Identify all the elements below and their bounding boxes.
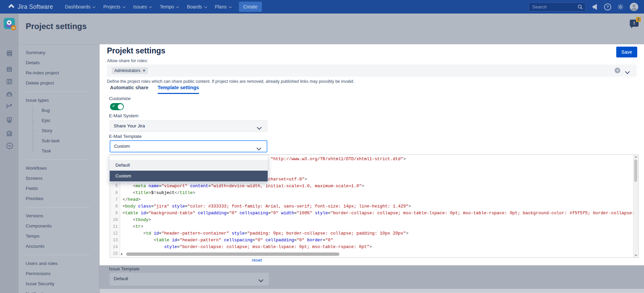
code-line: <tr> [123, 223, 634, 230]
chevron-down-icon [258, 124, 261, 130]
dropdown-option-default[interactable]: Default [110, 160, 268, 171]
editor-horizontal-scrollbar[interactable] [121, 252, 631, 256]
reset-link[interactable]: reset [252, 258, 262, 263]
sidebar-item-bug[interactable]: Bug [32, 105, 99, 116]
sidebar-item-summary[interactable]: Summary [19, 48, 99, 58]
page-title: Project settings [26, 22, 87, 31]
code-line: <table id="background-table" cellpadding… [123, 210, 634, 217]
jira-diamond-icon [8, 4, 14, 10]
code-line: <td id="header-pattern-container" style=… [123, 230, 634, 237]
project-pages-icon[interactable] [6, 91, 13, 99]
sidebar-item-priorities[interactable]: Priorities [19, 194, 99, 204]
code-line: style="border-collapse: collapse; mso-ta… [123, 244, 634, 250]
announcement-icon[interactable] [592, 4, 598, 10]
sidebar-group-issue-types: Issue types [19, 95, 99, 105]
customize-label: Customize [109, 96, 131, 101]
sidebar-item-fields[interactable]: Fields [19, 184, 99, 194]
search-input[interactable] [529, 2, 585, 11]
sidebar-item-users-and-roles[interactable]: Users and roles [19, 259, 99, 269]
sidebar-item-details[interactable]: Details [19, 58, 99, 68]
projekt-settings-panel: Projekt settings Save Allow share for ro… [99, 44, 644, 265]
sidebar-item-components[interactable]: Components [19, 221, 99, 231]
vertical-scroll-thumb[interactable] [634, 160, 637, 182]
clear-roles-icon[interactable]: ✕ [615, 68, 620, 73]
search-icon [577, 4, 583, 11]
save-button[interactable]: Save [616, 47, 637, 57]
gear-icon[interactable] [617, 4, 624, 10]
code-line: <title>$!subject</title> [123, 190, 634, 196]
sidebar-divider [26, 92, 90, 92]
sidebar-item-accounts[interactable]: Accounts [19, 241, 99, 251]
panel-title: Projekt settings [107, 46, 165, 55]
page-header: Project settings !2 [19, 14, 644, 44]
code-line: <body class="jira" style="color: #333333… [123, 203, 634, 210]
feedback-bubble-icon[interactable]: !2 [630, 20, 639, 27]
reports-icon[interactable] [6, 102, 13, 111]
code-line: <tbody> [123, 217, 634, 223]
issue-template-select[interactable]: Default [110, 273, 269, 286]
dropdown-option-custom[interactable]: Custom [110, 171, 268, 181]
nav-item-issues[interactable]: Issues [129, 0, 156, 14]
addons-icon[interactable] [6, 130, 13, 138]
releases-stack-icon[interactable] [6, 66, 13, 74]
horizontal-scroll-thumb[interactable] [126, 252, 339, 256]
email-template-select[interactable]: Custom [110, 140, 267, 152]
sidebar-item-workflows[interactable]: Workflows [19, 163, 99, 173]
email-system-select[interactable]: Share Your Jira [110, 120, 267, 132]
sidebar-item-notifications[interactable]: Notifications [19, 289, 99, 293]
chevron-down-icon [122, 5, 126, 8]
roles-help-text: Define the project roles which can share… [107, 79, 354, 84]
role-chip[interactable]: Administrators ✕ [112, 67, 148, 74]
email-template-value: Custom [114, 144, 130, 149]
project-avatar[interactable]: <> [4, 18, 15, 29]
backlog-icon[interactable] [6, 50, 13, 58]
chevron-down-icon [92, 5, 96, 8]
roles-multiselect[interactable]: Administrators ✕ ✕ [107, 65, 637, 77]
customize-toggle[interactable]: ✓ [110, 103, 124, 110]
deployments-icon[interactable] [6, 116, 13, 125]
sidebar-item-screens[interactable]: Screens [19, 173, 99, 184]
jira-logo[interactable]: Jira Software [9, 3, 53, 10]
nav-right: ? [529, 0, 644, 14]
issue-template-value: Default [114, 276, 128, 281]
sidebar-item-versions[interactable]: Versions [19, 211, 99, 221]
editor-vertical-scrollbar[interactable] [633, 155, 638, 258]
tab-automatic-share[interactable]: Automatic share [110, 85, 149, 94]
chevron-down-icon [204, 5, 207, 8]
sidebar-item-delete-project[interactable]: Delete project [19, 78, 99, 88]
scroll-down-arrow-icon[interactable] [635, 255, 637, 256]
sidebar-item-tempo[interactable]: Tempo [19, 231, 99, 241]
search-box [529, 2, 585, 11]
role-chip-label: Administrators [114, 68, 140, 73]
nav-item-tempo[interactable]: Tempo [156, 0, 183, 14]
sidebar-divider [26, 160, 90, 160]
remove-role-icon[interactable]: ✕ [143, 69, 146, 72]
board-icon[interactable] [6, 78, 13, 87]
tab-template-settings[interactable]: Template settings [158, 85, 199, 94]
help-icon[interactable]: ? [604, 3, 611, 10]
create-button[interactable]: Create [239, 2, 262, 12]
sidebar-item-issue-security[interactable]: Issue Security [19, 279, 99, 289]
sidebar-item-re-index-project[interactable]: Re-index project [19, 68, 99, 78]
sidebar-item-permissions[interactable]: Permissions [19, 269, 99, 279]
email-system-value: Share Your Jira [114, 123, 145, 128]
sidebar-item-epic[interactable]: Epic [32, 116, 99, 126]
code-line: </head> [123, 196, 634, 203]
nav-item-plans[interactable]: Plans [211, 0, 236, 14]
collapse-sidebar-icon[interactable] [6, 142, 14, 151]
project-settings-sidebar: SummaryDetailsRe-index projectDelete pro… [19, 44, 99, 293]
sidebar-item-task[interactable]: Task [32, 146, 99, 156]
code-line: <table id="header-pattern" cellspacing="… [123, 237, 634, 244]
scroll-up-arrow-icon[interactable] [635, 156, 637, 157]
nav-item-projects[interactable]: Projects [99, 0, 129, 14]
jira-screen: Jira Software DashboardsProjectsIssuesTe… [0, 0, 644, 293]
scroll-left-arrow-icon[interactable] [121, 253, 122, 255]
user-avatar[interactable] [630, 3, 638, 11]
roles-label: Allow share for roles: [107, 58, 148, 63]
sidebar-item-sub-task[interactable]: Sub-task [32, 136, 99, 146]
nav-item-dashboards[interactable]: Dashboards [61, 0, 99, 14]
chevron-down-icon [149, 5, 152, 8]
nav-item-boards[interactable]: Boards [183, 0, 210, 14]
email-system-label: E-Mail System [109, 113, 138, 118]
sidebar-item-story[interactable]: Story [32, 126, 99, 136]
